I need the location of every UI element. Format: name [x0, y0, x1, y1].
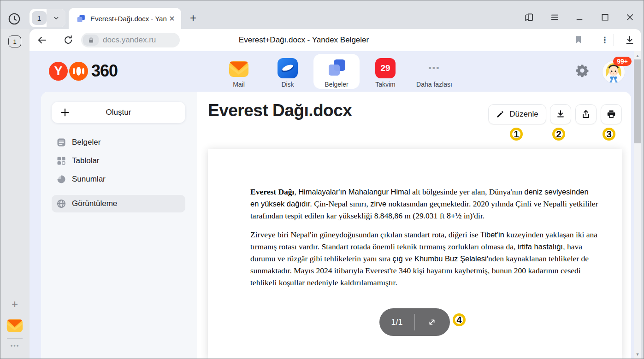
share-icon — [581, 109, 591, 119]
y360-orb-icon — [69, 62, 88, 81]
rail-divider — [7, 338, 23, 339]
settings-gear-icon[interactable] — [575, 64, 589, 77]
plus-icon — [60, 107, 70, 118]
page-indicator-pill: 1/1 — [379, 308, 450, 336]
sidebar-item-label: Belgeler — [72, 138, 100, 147]
sidebar-item-label: Görüntüleme — [72, 199, 117, 208]
nav-item-mail[interactable]: Mail — [216, 54, 262, 89]
logo-360-text: 360 — [91, 61, 118, 81]
bookmark-icon[interactable] — [573, 35, 585, 46]
create-button[interactable]: Oluştur — [52, 102, 185, 123]
notification-badge: 99+ — [613, 57, 632, 66]
page-indicator: 1/1 — [379, 318, 414, 327]
fullscreen-button[interactable] — [415, 317, 449, 327]
active-tab[interactable]: Everest+Dağı.docx - Yan ✕ — [69, 8, 181, 29]
rail-mail-icon[interactable] — [6, 319, 23, 335]
page-scrollbar[interactable]: ▲ ▼ — [634, 51, 641, 359]
scroll-up-icon[interactable]: ▲ — [634, 52, 641, 59]
sidebar-item-label: Sunumlar — [72, 175, 106, 184]
tab-title: Everest+Dağı.docx - Yan — [90, 15, 167, 23]
pencil-icon — [496, 110, 504, 118]
browser-window: 1 Everest+Dağı.docx - Yan ✕ + — [0, 0, 644, 359]
paragraph: Everest Dağı, Himalayalar'ın Mahalangur … — [250, 186, 599, 222]
browser-menu-icon[interactable] — [549, 11, 561, 23]
docs-icon — [326, 58, 347, 78]
globe-icon — [57, 199, 66, 208]
nav-item-disk[interactable]: Disk — [265, 54, 311, 89]
more-dots-icon: ••• — [424, 58, 444, 78]
user-avatar[interactable]: 99+ — [603, 61, 625, 83]
sidebar-item-sunumlar[interactable]: Sunumlar — [52, 170, 185, 188]
rail-add-icon[interactable]: + — [9, 299, 20, 310]
sidebar-item-goruntuleme[interactable]: Görüntüleme — [52, 195, 185, 212]
history-clock-icon[interactable] — [7, 12, 21, 26]
mail-icon — [229, 58, 249, 78]
document-text: Everest Dağı, Himalayalar'ın Mahalangur … — [208, 149, 622, 288]
nav-item-takvim[interactable]: 29 Takvim — [362, 54, 408, 89]
download-icon — [555, 109, 566, 119]
tab-group-count[interactable]: 1 — [32, 11, 47, 25]
chevron-down-icon — [52, 14, 60, 22]
share-button[interactable] — [575, 104, 597, 124]
url-bar[interactable]: docs.yandex.ru — [81, 33, 180, 47]
table-icon — [57, 156, 66, 165]
nav-label: Mail — [233, 81, 245, 88]
download-button[interactable] — [550, 104, 571, 124]
nav-label: Disk — [281, 81, 294, 88]
extensions-menu-icon[interactable]: ⋮ — [599, 35, 610, 46]
create-label: Oluştur — [70, 108, 167, 117]
annotation-circle-1: 1 — [510, 128, 523, 141]
sidebar-item-label: Tablolar — [72, 156, 100, 165]
print-button[interactable] — [601, 104, 622, 124]
close-window-button[interactable] — [624, 11, 636, 23]
ssl-lock-icon[interactable] — [83, 35, 99, 46]
tab-close-icon[interactable]: ✕ — [167, 14, 177, 23]
disk-icon — [278, 58, 298, 78]
bookmarks-panel-icon[interactable] — [523, 11, 535, 23]
maximize-button[interactable] — [599, 11, 611, 23]
services-nav: Mail Disk Belgeler 29 Takvim ••• Daha — [216, 54, 457, 89]
scroll-down-icon[interactable]: ▼ — [634, 351, 641, 358]
scrollbar-thumb[interactable] — [634, 59, 641, 143]
document-title: Everest Dağı.docx — [208, 101, 352, 120]
address-bar-row: docs.yandex.ru Everest+Dağı.docx - Yande… — [30, 29, 641, 51]
tab-counter-button[interactable]: 1 — [8, 35, 21, 47]
yandex-y-icon: Y — [49, 62, 68, 81]
printer-icon — [606, 109, 616, 119]
annotation-circle-2: 2 — [552, 128, 565, 141]
minimize-button[interactable] — [573, 11, 585, 23]
edit-button[interactable]: Düzenle — [488, 104, 546, 124]
pie-icon — [57, 175, 66, 184]
edit-label: Düzenle — [509, 110, 538, 119]
nav-label: Daha fazlası — [416, 81, 452, 88]
annotation-circle-4: 4 — [453, 313, 466, 326]
toolbar-divider — [614, 34, 614, 46]
expand-icon — [427, 317, 437, 327]
yandex-docs-favicon — [76, 14, 86, 24]
nav-item-belgeler[interactable]: Belgeler — [313, 54, 360, 89]
yandex-360-logo[interactable]: Y 360 — [49, 61, 118, 81]
new-tab-button[interactable]: + — [186, 11, 201, 25]
tab-group[interactable]: 1 — [30, 9, 65, 27]
docs-sidebar: Oluştur Belgeler Tablolar Sunumlar Görün… — [41, 92, 197, 359]
tab-group-expand[interactable] — [47, 9, 65, 27]
reload-icon[interactable] — [63, 35, 74, 46]
back-icon[interactable] — [36, 35, 47, 46]
paragraph: Zirveye biri Nepal'in güneydoğusundan çı… — [250, 229, 599, 288]
web-content: Y 360 Mail Disk — [30, 51, 641, 359]
docs-content-card: Oluştur Belgeler Tablolar Sunumlar Görün… — [41, 92, 631, 359]
sidebar-item-tablolar[interactable]: Tablolar — [52, 152, 185, 170]
nav-label: Takvim — [375, 81, 396, 88]
page-title: Everest+Dağı.docx - Yandex Belgeler — [202, 29, 405, 51]
url-text: docs.yandex.ru — [103, 35, 156, 45]
annotation-circle-3: 3 — [603, 128, 615, 141]
nav-item-more[interactable]: ••• Daha fazlası — [411, 54, 457, 89]
rail-more-icon[interactable]: ••• — [0, 342, 30, 349]
calendar-icon: 29 — [375, 58, 396, 78]
nav-label: Belgeler — [325, 81, 348, 88]
sidebar-item-belgeler[interactable]: Belgeler — [52, 133, 185, 152]
document-icon — [57, 138, 66, 147]
browser-side-rail: 1 + ••• — [0, 29, 30, 359]
downloads-icon[interactable] — [624, 35, 635, 46]
